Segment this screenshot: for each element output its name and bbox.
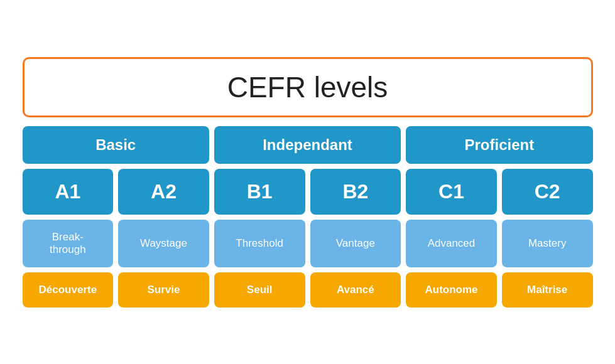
level-a1: A1 bbox=[23, 169, 114, 215]
french-survie: Survie bbox=[118, 272, 209, 308]
french-maitrise: Maîtrise bbox=[502, 272, 593, 308]
group-header-basic: Basic bbox=[23, 126, 209, 164]
name-advanced: Advanced bbox=[406, 220, 497, 267]
title-box: CEFR levels bbox=[23, 57, 593, 117]
name-vantage: Vantage bbox=[310, 220, 401, 267]
level-a2: A2 bbox=[118, 169, 209, 215]
group-header-proficient: Proficient bbox=[406, 126, 592, 164]
name-breakthrough: Break- through bbox=[23, 220, 114, 267]
french-autonome: Autonome bbox=[406, 272, 497, 308]
french-avance: Avancé bbox=[310, 272, 401, 308]
french-decouverte: Découverte bbox=[23, 272, 114, 308]
name-waystage: Waystage bbox=[118, 220, 209, 267]
level-c2: C2 bbox=[502, 169, 593, 215]
group-header-independant: Independant bbox=[214, 126, 401, 164]
french-seuil: Seuil bbox=[214, 272, 305, 308]
level-b2: B2 bbox=[310, 169, 401, 215]
level-b1: B1 bbox=[214, 169, 305, 215]
level-c1: C1 bbox=[406, 169, 497, 215]
name-mastery: Mastery bbox=[502, 220, 593, 267]
page-title: CEFR levels bbox=[24, 70, 591, 104]
name-threshold: Threshold bbox=[214, 220, 305, 267]
cefr-container: CEFR levels Basic Independant Proficient… bbox=[13, 47, 603, 318]
cefr-grid: Basic Independant Proficient A1 A2 B1 B2… bbox=[23, 126, 593, 308]
